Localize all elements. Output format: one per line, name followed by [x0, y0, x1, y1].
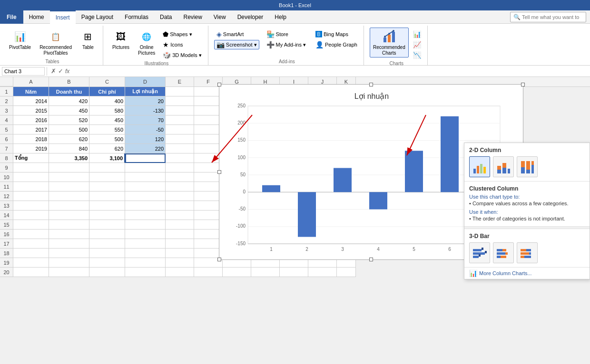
- svg-rect-26: [262, 185, 280, 192]
- cell-a3[interactable]: 2015: [13, 106, 49, 115]
- cell-c4[interactable]: 450: [89, 115, 125, 125]
- cell-e3[interactable]: [166, 106, 194, 115]
- cell-d6[interactable]: 120: [125, 134, 166, 144]
- cell-a4[interactable]: 2016: [13, 115, 49, 125]
- tab-view[interactable]: View: [208, 10, 232, 24]
- cell-d1[interactable]: Lợi nhuận: [125, 87, 166, 96]
- tab-page-layout[interactable]: Page Layout: [76, 10, 119, 24]
- cell-e5[interactable]: [166, 125, 194, 134]
- cell-f1[interactable]: [194, 87, 223, 96]
- name-box[interactable]: Chart 3: [2, 67, 45, 76]
- cell-e7[interactable]: [166, 144, 194, 153]
- online-pictures-btn[interactable]: 🌐 OnlinePictures: [135, 28, 158, 57]
- icons-btn[interactable]: ★Icons: [160, 40, 204, 49]
- tab-insert[interactable]: Insert: [50, 10, 76, 24]
- cell-f8[interactable]: [194, 153, 223, 163]
- search-box[interactable]: 🔍: [510, 12, 586, 22]
- cell-a2[interactable]: 2014: [13, 96, 49, 106]
- cell-c1[interactable]: Chi phí: [89, 87, 125, 96]
- cell-f2[interactable]: [194, 96, 223, 106]
- tab-review[interactable]: Review: [177, 10, 207, 24]
- tab-developer[interactable]: Developer: [232, 10, 269, 24]
- 3d-bar-btn1[interactable]: [469, 242, 490, 263]
- clustered-column-btn[interactable]: [469, 156, 490, 177]
- formula-input[interactable]: [73, 68, 588, 74]
- 3d-bar-btn3[interactable]: [517, 242, 538, 263]
- tab-formulas[interactable]: Formulas: [119, 10, 154, 24]
- svg-text:3: 3: [341, 247, 344, 252]
- cancel-formula-icon[interactable]: ✗: [51, 67, 56, 75]
- cell-d5[interactable]: -50: [125, 125, 166, 134]
- cell-e1[interactable]: [166, 87, 194, 96]
- cell-e2[interactable]: [166, 96, 194, 106]
- cell-f4[interactable]: [194, 115, 223, 125]
- cell-d7[interactable]: 220: [125, 144, 166, 153]
- cell-f6[interactable]: [194, 134, 223, 144]
- stacked-column-btn[interactable]: [493, 156, 514, 177]
- cell-a6[interactable]: 2018: [13, 134, 49, 144]
- more-chart-btn[interactable]: 📉: [411, 50, 423, 60]
- pivot-table-btn[interactable]: 📊 PivotTable: [6, 28, 34, 52]
- cell-f3[interactable]: [194, 106, 223, 115]
- clustered-desc: Clustered Column Use this chart type to:…: [464, 182, 590, 226]
- bar-chart-btn[interactable]: 📈: [411, 40, 423, 49]
- cell-e8[interactable]: [166, 153, 194, 163]
- cell-b4[interactable]: 520: [49, 115, 89, 125]
- row-header-3: 3: [0, 106, 13, 115]
- search-input[interactable]: [522, 14, 579, 20]
- ribbon-group-addins: ◈SmartArt 📷Screenshot ▾ 🏪Store ➕My Add-i…: [210, 26, 364, 65]
- tab-help[interactable]: Help: [269, 10, 292, 24]
- smartart-btn[interactable]: ◈SmartArt: [214, 29, 259, 39]
- cell-a1[interactable]: Năm: [13, 87, 49, 96]
- cell-b8[interactable]: 3,350: [49, 153, 89, 163]
- people-graph-btn[interactable]: 👤People Graph: [313, 40, 360, 49]
- cell-c7[interactable]: 620: [89, 144, 125, 153]
- cell-c2[interactable]: 400: [89, 96, 125, 106]
- cell-a7[interactable]: 2019: [13, 144, 49, 153]
- screenshot-btn[interactable]: 📷Screenshot ▾: [214, 40, 259, 49]
- cell-c3[interactable]: 580: [89, 106, 125, 115]
- group-tables-label: Tables: [46, 58, 59, 64]
- more-column-charts-link[interactable]: 📊 More Column Charts...: [464, 267, 590, 279]
- cell-e4[interactable]: [166, 115, 194, 125]
- cell-e6[interactable]: [166, 134, 194, 144]
- tab-data[interactable]: Data: [154, 10, 177, 24]
- cell-d4[interactable]: 70: [125, 115, 166, 125]
- svg-rect-66: [502, 249, 506, 251]
- 3d-bar-btn2[interactable]: [493, 242, 514, 263]
- confirm-formula-icon[interactable]: ✓: [58, 67, 63, 75]
- cell-c6[interactable]: 500: [89, 134, 125, 144]
- cell-b3[interactable]: 450: [49, 106, 89, 115]
- shapes-btn[interactable]: ⬟Shapes ▾: [160, 29, 204, 39]
- cell-f7[interactable]: [194, 144, 223, 153]
- cell-d3[interactable]: -130: [125, 106, 166, 115]
- tab-home[interactable]: Home: [23, 10, 50, 24]
- more-charts-label: More Column Charts...: [479, 270, 532, 276]
- cell-b7[interactable]: 840: [49, 144, 89, 153]
- cell-b5[interactable]: 500: [49, 125, 89, 134]
- cell-b6[interactable]: 620: [49, 134, 89, 144]
- cell-c5[interactable]: 550: [89, 125, 125, 134]
- 100pct-stacked-column-btn[interactable]: [517, 156, 538, 177]
- cell-b1[interactable]: Doanh thu: [49, 87, 89, 96]
- recommended-pivot-tables-btn[interactable]: 📋 RecommendedPivotTables: [36, 28, 75, 57]
- cell-a5[interactable]: 2017: [13, 125, 49, 134]
- table-btn[interactable]: ⊞ Table: [77, 28, 99, 52]
- cell-d8[interactable]: [125, 153, 166, 163]
- tab-file[interactable]: File: [0, 10, 23, 24]
- pictures-btn[interactable]: 🖼 Pictures: [109, 28, 133, 52]
- group-charts-label: Charts: [390, 60, 403, 66]
- recommended-charts-btn[interactable]: RecommendedCharts: [370, 28, 409, 57]
- cell-a8[interactable]: Tổng: [13, 153, 49, 163]
- cell-c8[interactable]: 3,100: [89, 153, 125, 163]
- store-btn[interactable]: 🏪Store: [264, 29, 308, 39]
- svg-text:Lợi nhuận: Lợi nhuận: [354, 92, 389, 100]
- cell-d2[interactable]: 20: [125, 96, 166, 106]
- 3d-models-btn[interactable]: 🎲3D Models ▾: [160, 50, 204, 60]
- column-chart-btn[interactable]: 📊: [411, 29, 423, 39]
- cell-b2[interactable]: 420: [49, 96, 89, 106]
- my-add-ins-btn[interactable]: ➕My Add-ins ▾: [264, 40, 308, 49]
- bing-maps-btn[interactable]: 🅱Bing Maps: [313, 29, 360, 39]
- svg-rect-47: [483, 167, 486, 173]
- cell-f5[interactable]: [194, 125, 223, 134]
